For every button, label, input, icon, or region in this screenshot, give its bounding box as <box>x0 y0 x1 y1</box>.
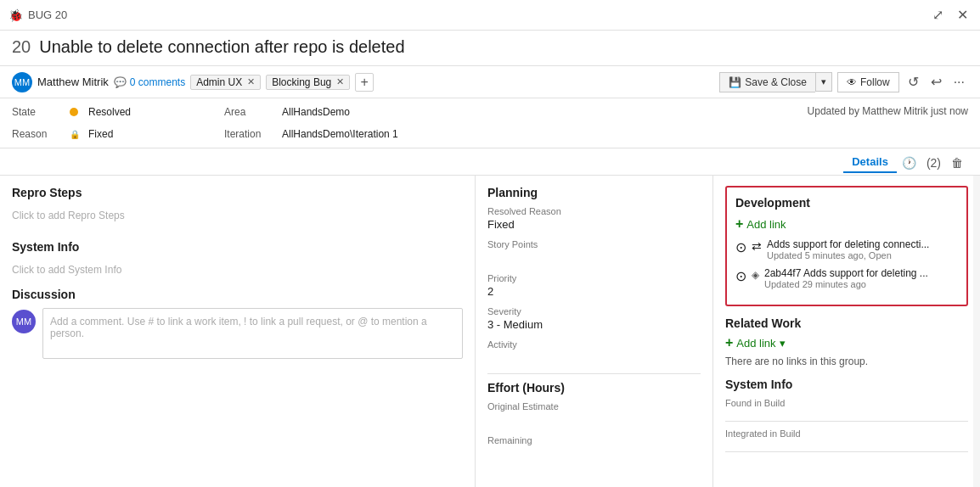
area-label: Area <box>224 106 275 118</box>
remaining-value[interactable] <box>487 447 701 461</box>
toolbar-right: 💾 Save & Close ▾ 👁 Follow ↺ ↩ ··· <box>719 72 968 92</box>
github-icon-1: ⊙ <box>735 239 746 255</box>
reason-field[interactable]: Reason 🔒 Fixed <box>12 124 199 144</box>
assignee-name[interactable]: Matthew Mitrik <box>37 76 109 88</box>
story-points-field: Story Points <box>487 239 701 265</box>
state-field[interactable]: State Resolved <box>12 102 199 122</box>
right-panel-scrollbar[interactable] <box>973 176 980 487</box>
comment-input[interactable]: Add a comment. Use # to link a work item… <box>42 308 463 359</box>
state-label: State <box>12 106 63 118</box>
add-tag-button[interactable]: + <box>355 73 374 92</box>
system-info-input[interactable]: Click to add System Info <box>12 260 463 279</box>
main-content: Repro Steps Click to add Repro Steps Sys… <box>0 176 980 487</box>
activity-label: Activity <box>487 339 701 350</box>
related-work-section: Related Work + Add link ▾ There are no l… <box>725 316 968 367</box>
title-bar-label: BUG 20 <box>28 8 929 21</box>
related-add-plus-icon: + <box>725 335 733 350</box>
found-in-build-value[interactable] <box>725 408 968 422</box>
no-links-text: There are no links in this group. <box>725 355 968 367</box>
avatar[interactable]: MM <box>12 72 32 92</box>
repro-steps-input[interactable]: Click to add Repro Steps <box>12 206 463 225</box>
tag-admin-ux-close[interactable]: ✕ <box>247 76 255 87</box>
reason-label: Reason <box>12 128 63 140</box>
integrated-in-build-field: Integrated in Build <box>725 428 968 452</box>
title-bar-actions: ⤢ ✕ <box>929 5 972 25</box>
integrated-in-build-label: Integrated in Build <box>725 428 968 439</box>
save-dropdown-button[interactable]: ▾ <box>815 72 832 92</box>
resolved-reason-field: Resolved Reason Fixed <box>487 206 701 231</box>
dev-item-1[interactable]: ⊙ ⇄ Adds support for deleting connecti..… <box>735 238 958 260</box>
tag-admin-ux[interactable]: Admin UX ✕ <box>190 75 261 90</box>
area-value: AllHandsDemo <box>282 106 350 118</box>
dev-item-1-content: Adds support for deleting connecti... Up… <box>767 238 958 260</box>
effort-title: Effort (Hours) <box>487 381 701 395</box>
undo-button[interactable]: ↩ <box>927 72 945 92</box>
found-in-build-field: Found in Build <box>725 398 968 422</box>
dev-item-2-content: 2ab44f7 Adds support for deleting ... Up… <box>764 267 958 289</box>
save-close-button[interactable]: 💾 Save & Close <box>719 72 815 92</box>
wi-number: 20 <box>12 37 31 57</box>
close-button[interactable]: ✕ <box>954 5 972 25</box>
planning-title: Planning <box>487 186 701 199</box>
integrated-in-build-value[interactable] <box>725 439 968 452</box>
fields-row: State Resolved Reason 🔒 Fixed Area AllHa… <box>0 98 980 148</box>
tag-blocking-bug[interactable]: Blocking Bug ✕ <box>266 75 350 90</box>
follow-button[interactable]: 👁 Follow <box>837 72 899 92</box>
add-link-dropdown[interactable]: + Add link ▾ <box>725 335 968 350</box>
comment-badge[interactable]: 💬 0 comments <box>114 76 185 88</box>
priority-field: Priority 2 <box>487 273 701 298</box>
state-dot <box>70 108 78 116</box>
tab-delete-button[interactable]: 🗑 <box>946 154 968 171</box>
story-points-label: Story Points <box>487 239 701 249</box>
resolved-reason-value[interactable]: Fixed <box>487 218 701 231</box>
tab-details[interactable]: Details <box>843 152 897 173</box>
discussion-title: Discussion <box>12 288 463 301</box>
wi-title[interactable]: Unable to delete connection after repo i… <box>39 37 404 57</box>
tab-history-button[interactable]: 🕐 <box>897 154 921 171</box>
add-link-plus-icon: + <box>735 216 743 232</box>
follow-icon: 👁 <box>847 76 857 88</box>
more-button[interactable]: ··· <box>950 73 968 92</box>
found-in-build-label: Found in Build <box>725 398 968 408</box>
iteration-value: AllHandsDemo\Iteration 1 <box>282 128 398 140</box>
activity-value[interactable] <box>487 351 701 365</box>
severity-value[interactable]: 3 - Medium <box>487 318 701 331</box>
related-work-title: Related Work <box>725 316 968 330</box>
pr-icon-1: ⇄ <box>752 239 762 253</box>
toolbar: MM Matthew Mitrik 💬 0 comments Admin UX … <box>0 66 980 98</box>
comment-avatar: MM <box>12 310 36 333</box>
field-group-right: Area AllHandsDemo Iteration AllHandsDemo… <box>224 102 398 144</box>
system-info-right-section: System Info Found in Build Integrated in… <box>725 378 968 452</box>
add-link-button[interactable]: + Add link <box>735 216 958 232</box>
comment-icon: 💬 <box>114 76 127 88</box>
original-estimate-value[interactable] <box>487 413 701 427</box>
iteration-field[interactable]: Iteration AllHandsDemo\Iteration 1 <box>224 124 398 144</box>
related-add-chevron-icon: ▾ <box>780 337 786 350</box>
priority-value[interactable]: 2 <box>487 285 701 298</box>
expand-button[interactable]: ⤢ <box>929 5 947 25</box>
system-info-right-title: System Info <box>725 378 968 391</box>
original-estimate-field: Original Estimate <box>487 401 701 427</box>
left-panel: Repro Steps Click to add Repro Steps Sys… <box>0 176 476 487</box>
effort-divider <box>487 373 701 374</box>
field-group-left: State Resolved Reason 🔒 Fixed <box>12 102 199 144</box>
remaining-label: Remaining <box>487 435 701 445</box>
dev-item-1-title: Adds support for deleting connecti... <box>767 238 958 250</box>
tab-links-button[interactable]: (2) <box>921 154 946 171</box>
severity-label: Severity <box>487 306 701 316</box>
refresh-button[interactable]: ↺ <box>904 72 922 92</box>
activity-field: Activity <box>487 339 701 365</box>
dev-item-2[interactable]: ⊙ ◈ 2ab44f7 Adds support for deleting ..… <box>735 267 958 289</box>
discussion-section: Discussion MM Add a comment. Use # to li… <box>12 288 463 359</box>
severity-field: Severity 3 - Medium <box>487 306 701 331</box>
story-points-value[interactable] <box>487 251 701 265</box>
github-icon-2: ⊙ <box>735 268 746 284</box>
tag-blocking-bug-close[interactable]: ✕ <box>336 76 344 87</box>
assignee-area: MM Matthew Mitrik 💬 0 comments Admin UX … <box>12 72 714 92</box>
updated-info: Updated by Matthew Mitrik just now <box>398 102 968 144</box>
reason-value: Fixed <box>88 128 113 140</box>
remaining-field: Remaining <box>487 435 701 461</box>
commit-icon-2: ◈ <box>752 269 759 281</box>
area-field[interactable]: Area AllHandsDemo <box>224 102 398 122</box>
tabs-row: Details 🕐 (2) 🗑 <box>0 148 980 176</box>
